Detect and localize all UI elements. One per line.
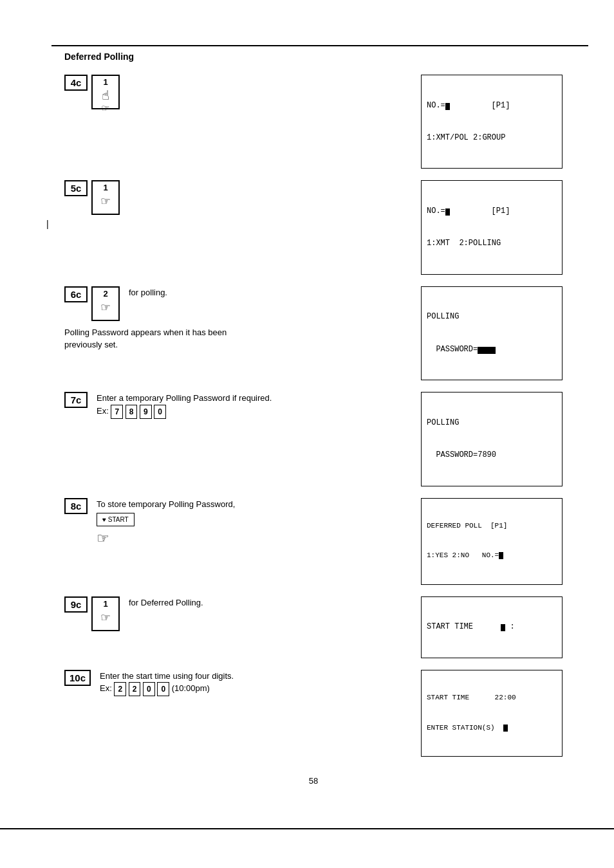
key-box-4c: 1 ☝︎ ☞ — [91, 75, 120, 109]
hand-icon-9c: ☞ — [101, 609, 109, 627]
step-5c: 5c 1 ☞ NO.= [P1] 1:XMT 2:POLLING — [64, 180, 563, 274]
key-9: 9 — [140, 405, 152, 419]
bottom-divider — [0, 828, 614, 829]
hand-icon-8c: ☞ — [97, 528, 408, 549]
key-number-4c: 1 — [103, 78, 107, 86]
key-2b: 2 — [129, 682, 141, 696]
key-0b: 0 — [157, 682, 169, 696]
lcd-5c-line2: 1:XMT 2:POLLING — [427, 238, 557, 249]
key-number-6c: 2 — [103, 290, 107, 298]
lcd-10c-line1: START TIME 22:00 — [427, 693, 557, 703]
step-6c: 6c 2 ☞ for polling. Polling Password app… — [64, 286, 563, 380]
lcd-9c-line1: START TIME : — [427, 622, 557, 633]
step-badge-9c: 9c — [64, 596, 88, 613]
top-divider — [51, 45, 588, 46]
lcd-8c: DEFERRED POLL [P1] 1:YES 2:NO NO.= — [421, 498, 563, 585]
ex-label-7c: Ex: — [97, 406, 111, 416]
lcd-5c-line1: NO.= [P1] — [427, 206, 557, 217]
step-8c: 8c To store temporary Polling Password, … — [64, 498, 563, 585]
step-desc-10c: Enter the start time using four digits. … — [100, 670, 408, 697]
step-desc-8c: To store temporary Polling Password, ♥ S… — [97, 498, 408, 549]
lcd-8c-line1: DEFERRED POLL [P1] — [427, 521, 557, 531]
lcd-9c: START TIME : — [421, 596, 563, 658]
lcd-4c-line1: NO.= [P1] — [427, 100, 557, 111]
hand-pointing-4c: ☞ — [102, 101, 109, 115]
lcd-7c: POLLING PASSWORD=7890 — [421, 392, 563, 486]
page-title: Deferred Polling — [64, 51, 563, 62]
lcd-7c-line1: POLLING — [427, 418, 557, 429]
step-desc-7c: Enter a temporary Polling Password if re… — [97, 392, 408, 419]
step-badge-8c: 8c — [64, 498, 88, 514]
key-0: 0 — [154, 405, 166, 419]
step-note-6c: Polling Password appears when it has bee… — [64, 326, 408, 351]
key-7: 7 — [111, 405, 123, 419]
key-number-5c: 1 — [103, 183, 107, 192]
left-margin-mark: | — [46, 219, 49, 229]
hand-icon-6c: ☞ — [101, 299, 109, 317]
step-badge-5c: 5c — [64, 180, 88, 196]
step-7c: 7c Enter a temporary Polling Password if… — [64, 392, 563, 486]
lcd-4c-line2: 1:XMT/POL 2:GROUP — [427, 133, 557, 143]
step-4c: 4c 1 ☝︎ ☞ NO.= [P1] 1:XMT/POL 2:GROUP — [64, 75, 563, 169]
page: | Deferred Polling 4c 1 ☝︎ ☞ NO.= [P1] 1… — [0, 0, 614, 868]
step-badge-7c: 7c — [64, 392, 88, 408]
step-badge-10c: 10c — [64, 670, 91, 686]
ex-label-10c: Ex: — [100, 684, 114, 694]
key-0a: 0 — [143, 682, 155, 696]
lcd-6c: POLLING PASSWORD= — [421, 286, 563, 380]
lcd-7c-line2: PASSWORD=7890 — [427, 450, 557, 461]
lcd-6c-line1: POLLING — [427, 311, 557, 322]
lcd-10c-line2: ENTER STATION(S) — [427, 723, 557, 733]
lcd-10c: START TIME 22:00 ENTER STATION(S) — [421, 670, 563, 757]
start-button-label: ♥ START — [97, 513, 135, 526]
step-desc-6c: for polling. — [129, 286, 408, 299]
time-suffix: (10:00pm) — [172, 684, 210, 694]
step-10c: 10c Enter the start time using four digi… — [64, 670, 563, 757]
key-box-6c: 2 ☞ — [91, 286, 120, 321]
key-number-9c: 1 — [103, 600, 107, 608]
step-badge-4c: 4c — [64, 75, 88, 91]
step-badge-6c: 6c — [64, 286, 88, 302]
page-number: 58 — [64, 776, 563, 786]
key-box-9c: 1 ☞ — [91, 596, 120, 631]
lcd-8c-line2: 1:YES 2:NO NO.= — [427, 551, 557, 560]
step-desc-9c: for Deferred Polling. — [129, 596, 408, 609]
step-9c: 9c 1 ☞ for Deferred Polling. START TIME … — [64, 596, 563, 658]
lcd-6c-line2: PASSWORD= — [427, 344, 557, 355]
lcd-4c: NO.= [P1] 1:XMT/POL 2:GROUP — [421, 75, 563, 169]
lcd-5c: NO.= [P1] 1:XMT 2:POLLING — [421, 180, 563, 274]
key-2a: 2 — [114, 682, 126, 696]
key-8: 8 — [126, 405, 138, 419]
key-box-5c: 1 ☞ — [91, 180, 120, 215]
hand-icon-5c: ☞ — [101, 193, 109, 210]
